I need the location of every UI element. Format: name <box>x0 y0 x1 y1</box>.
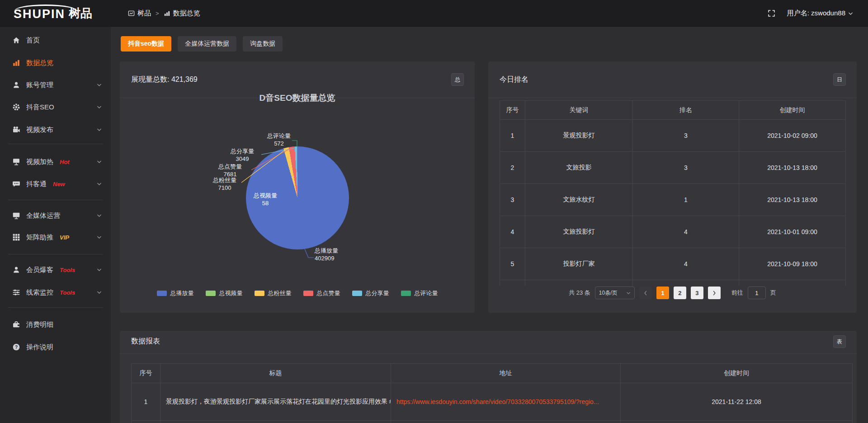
table-mode-button[interactable]: 表 <box>833 335 846 348</box>
tab-douyin-seo-data[interactable]: 抖音seo数据 <box>121 36 171 52</box>
sidebar-item-data-overview[interactable]: 数据总览 <box>0 52 111 74</box>
vip-badge: VIP <box>60 234 69 241</box>
data-report-card: 数据报表 表 序号 标题 地址 创建时间 1 景观投影灯，夜游景观投影灯厂家展示… <box>120 331 857 423</box>
legend-item-comments[interactable]: 总评论量 <box>401 289 438 297</box>
sidebar-item-doukeTong[interactable]: 抖客通 New <box>0 173 111 195</box>
col-header-created: 创建时间 <box>621 364 853 383</box>
app-root: SHUPIN 树品 树品 > 数据总览 用户名: zswodun88 <box>0 0 868 423</box>
video-camera-icon <box>12 126 20 134</box>
breadcrumb-current[interactable]: 数据总览 <box>164 9 200 18</box>
goto-unit: 页 <box>770 289 776 297</box>
page-button-3[interactable]: 3 <box>691 287 703 299</box>
chevron-down-icon <box>97 128 102 132</box>
sidebar-item-consumption-detail[interactable]: 消费明细 <box>0 314 111 335</box>
pie-label-fans: 总粉丝量 7100 <box>207 176 243 192</box>
next-page-button[interactable] <box>708 287 721 299</box>
goto-label: 前往 <box>731 289 743 297</box>
legend-swatch <box>352 291 362 296</box>
col-header-url: 地址 <box>391 364 621 383</box>
sidebar-item-video-heat[interactable]: 视频加热 Hot <box>0 151 111 173</box>
video-url-link[interactable]: https://www.iesdouyin.com/share/video/70… <box>396 398 599 405</box>
username-label: 用户名: zswodun88 <box>787 9 845 18</box>
pagination: 共 23 条 10条/页 1 2 3 前往 页 <box>488 287 857 299</box>
tools-badge: Tools <box>60 289 75 296</box>
page-button-2[interactable]: 2 <box>674 287 686 299</box>
logo-arc-decoration <box>14 5 77 11</box>
col-header-created: 创建时间 <box>739 101 846 120</box>
table-header-row: 序号 关键词 排名 创建时间 <box>500 101 846 120</box>
sidebar-divider <box>8 307 103 308</box>
page-size-select[interactable]: 10条/页 <box>595 287 635 299</box>
sidebar-item-video-publish[interactable]: 视频发布 <box>0 119 111 141</box>
sidebar-item-home[interactable]: 首页 <box>0 29 111 51</box>
legend-item-plays[interactable]: 总播放量 <box>157 289 194 297</box>
chevron-down-icon <box>97 235 102 239</box>
card-header-divider <box>488 98 857 98</box>
ranking-table: 序号 关键词 排名 创建时间 1 景观投影灯 3 2021-10-02 09:0… <box>500 100 846 286</box>
day-mode-button[interactable]: 日 <box>833 73 846 86</box>
sidebar-item-member-leads[interactable]: 会员爆客 Tools <box>0 259 111 281</box>
sidebar-item-douyin-seo[interactable]: 抖音SEO <box>0 96 111 118</box>
data-tabs: 抖音seo数据 全媒体运营数据 询盘数据 <box>121 36 283 52</box>
svg-text:?: ? <box>15 345 18 350</box>
wallet-icon <box>12 320 20 329</box>
top-bar: SHUPIN 树品 树品 > 数据总览 用户名: zswodun88 <box>0 0 868 27</box>
seo-chart-card: 展现量总数: 421,369 总 D音SEO数据量总览 总评论量 572 总分享… <box>120 61 475 313</box>
legend-swatch <box>401 291 411 296</box>
legend-item-fans[interactable]: 总粉丝量 <box>255 289 292 297</box>
chevron-down-icon <box>97 105 102 109</box>
legend-item-videos[interactable]: 总视频量 <box>206 289 243 297</box>
chat-bubble-icon <box>12 180 20 188</box>
ranking-card-title: 今日排名 <box>500 75 528 85</box>
gear-icon <box>12 103 20 111</box>
prev-page-button[interactable] <box>639 287 652 299</box>
chevron-down-icon <box>848 12 853 15</box>
legend-swatch <box>206 291 216 296</box>
question-circle-icon: ? <box>12 343 20 351</box>
tab-inquiry-data[interactable]: 询盘数据 <box>243 36 283 52</box>
user-menu[interactable]: 用户名: zswodun88 <box>787 9 853 18</box>
table-row: 5 投影灯厂家 4 2021-10-09 18:00 <box>500 248 846 280</box>
user-icon <box>12 81 20 89</box>
sidebar-divider <box>8 254 103 254</box>
breadcrumb-root[interactable]: 树品 <box>128 9 151 18</box>
new-badge: New <box>53 181 65 188</box>
pie-chart: D音SEO数据量总览 总评论量 572 总分享量 3049 总点赞量 7681 <box>120 61 475 313</box>
card-header-divider <box>120 353 857 354</box>
sidebar-item-clue-monitor[interactable]: 线索监控 Tools <box>0 282 111 303</box>
sidebar-item-help[interactable]: ? 操作说明 <box>0 336 111 358</box>
report-title-cell: 景观投影灯，夜游景观投影灯厂家展示展示落花灯在花园里的灯光投影应用效果 # <box>160 383 391 421</box>
table-row: 3 文旅水纹灯 1 2021-10-13 18:00 <box>500 184 846 216</box>
chevron-right-icon <box>712 291 716 296</box>
chevron-down-icon <box>97 214 102 217</box>
hot-badge: Hot <box>60 159 70 165</box>
goto-page-input[interactable] <box>748 287 766 299</box>
pagination-total: 共 23 条 <box>569 289 590 297</box>
home-icon <box>12 36 20 44</box>
sidebar-item-account[interactable]: 账号管理 <box>0 74 111 96</box>
sidebar-divider <box>8 200 103 200</box>
bar-chart-icon <box>164 10 170 17</box>
breadcrumb: 树品 > 数据总览 <box>128 9 200 18</box>
table-row: 1 景观投影灯，夜游景观投影灯厂家展示展示落花灯在花园里的灯光投影应用效果 # … <box>132 383 853 421</box>
table-row-partial <box>132 421 853 423</box>
sidebar-item-omnimedia[interactable]: 全媒体运营 <box>0 205 111 226</box>
col-header-no: 序号 <box>132 364 160 383</box>
pie-label-likes: 总点赞量 7681 <box>212 163 248 178</box>
chart-legend: 总播放量 总视频量 总粉丝量 总点赞量 总分享量 <box>120 289 475 297</box>
tab-omnimedia-data[interactable]: 全媒体运营数据 <box>178 36 236 52</box>
today-ranking-card: 今日排名 日 序号 关键词 排名 创建时间 1 景观投影灯 3 2021-10-… <box>488 61 857 313</box>
legend-item-shares[interactable]: 总分享量 <box>352 289 389 297</box>
pie-label-shares: 总分享量 3049 <box>224 147 260 163</box>
fullscreen-icon[interactable] <box>768 9 775 17</box>
legend-item-likes[interactable]: 总点赞量 <box>303 289 340 297</box>
user-icon <box>12 266 20 274</box>
page-button-1[interactable]: 1 <box>656 287 669 299</box>
table-header-row: 序号 标题 地址 创建时间 <box>132 364 853 383</box>
topbar-right-tools: 用户名: zswodun88 <box>768 0 853 27</box>
table-row: 4 文旅投影灯 4 2021-10-01 09:00 <box>500 216 846 248</box>
chevron-down-icon <box>97 268 102 272</box>
sidebar-item-matrix-boost[interactable]: 矩阵助推 VIP <box>0 226 111 248</box>
chevron-down-icon <box>97 291 102 294</box>
report-card-title: 数据报表 <box>131 337 160 346</box>
